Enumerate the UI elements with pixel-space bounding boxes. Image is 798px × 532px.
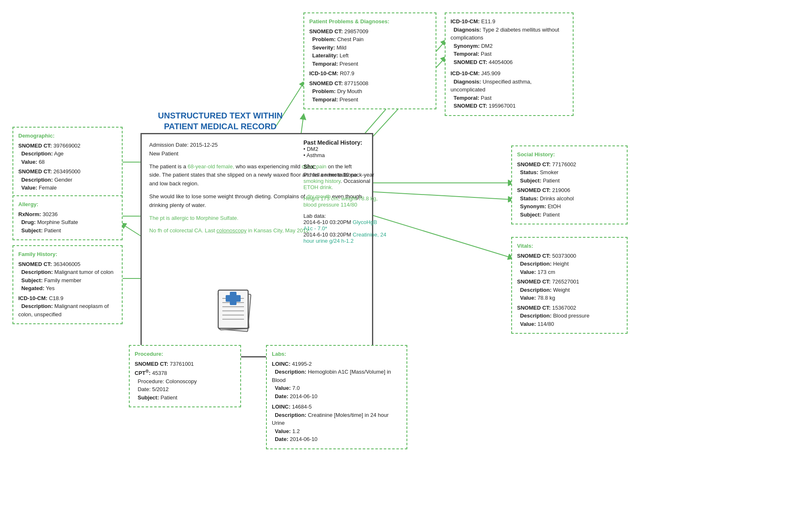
vitals-title: Vitals: <box>517 242 622 250</box>
social-history-box: Social History: SNOMED CT: 77176002 Stat… <box>511 145 628 224</box>
past-medical-dm2: • DM2 <box>303 146 387 152</box>
past-medical-title: Past Medical History: <box>303 139 387 146</box>
sh-entry-1: SNOMED CT: 77176002 Status: Smoker Subje… <box>517 160 622 185</box>
vitals-entry-1: SNOMED CT: 50373000 Description: Height … <box>517 252 622 276</box>
diag-entry-1: ICD-10-CM: E11.9 Diagnosis: Type 2 diabe… <box>451 17 568 66</box>
family-history-entry-2: ICD-10-CM: C18.9 Description: Malignant … <box>18 294 117 319</box>
page-container: UNSTRUCTURED TEXT WITHINPATIENT MEDICAL … <box>0 0 798 532</box>
family-history-box: Family History: SNOMED CT: 363406005 Des… <box>12 245 123 324</box>
past-medical-section: Past Medical History: • DM2 • Chest Pain… <box>303 139 387 244</box>
labs-box: Labs: LOINC: 41995-2 Description: Hemogl… <box>266 345 407 449</box>
diag-entry-2: ICD-10-CM: J45.909 Diagnosis: Unspecifie… <box>451 69 568 110</box>
document-icon <box>210 283 264 337</box>
allergy-box: Allergy: RxNorm: 30236 Drug: Morphine Su… <box>12 195 123 240</box>
past-medical-asthma: • Chest PainAsthma <box>303 152 387 158</box>
vitals-box: Vitals: SNOMED CT: 50373000 Description:… <box>511 237 628 334</box>
page-title: UNSTRUCTURED TEXT WITHINPATIENT MEDICAL … <box>141 110 299 132</box>
labs-entry-2: LOINC: 14684-5 Description: Creatinine [… <box>272 403 401 443</box>
admission-date-label: Admission Date: <box>149 142 189 148</box>
patient-problems-title: Patient Problems & Diagnoses: <box>309 17 431 26</box>
lab-data-section: Lab data: 2014-6-10 03:20PM GlycoHgB A1c… <box>303 213 387 244</box>
shx-text: Pt has a remote 10 pack-year smoking his… <box>303 172 387 190</box>
smoking-highlight: smoking history <box>303 178 340 184</box>
pp-entry-1: SNOMED CT: 29857009 Problem: Chest Pain … <box>309 27 431 68</box>
vitals-entry-3: SNOMED CT: 15367002 Description: Blood p… <box>517 304 622 328</box>
demographic-entry-1: SNOMED CT: 397669002 Description: Age Va… <box>18 142 117 166</box>
pp-entry-3: SNOMED CT: 87715008 Problem: Dry Mouth T… <box>309 79 431 104</box>
svg-rect-25 <box>226 295 241 302</box>
family-history-title: Family History: <box>18 250 117 259</box>
diagnoses-right-box: ICD-10-CM: E11.9 Diagnosis: Type 2 diabe… <box>445 12 574 116</box>
allergy-title: Allergy: <box>18 200 117 209</box>
lab-data-title: Lab data: <box>303 213 326 219</box>
shx-title: Shx: <box>303 163 387 170</box>
social-history-title: Social History: <box>517 150 622 159</box>
procedure-box: Procedure: SNOMED CT: 73761001 CPT®: 453… <box>129 345 241 407</box>
labs-title: Labs: <box>272 350 401 358</box>
vitals-entry-2: SNOMED CT: 726527001 Description: Weight… <box>517 278 622 302</box>
labs-entry-1: LOINC: 41995-2 Description: Hemoglobin A… <box>272 360 401 401</box>
allergy-entry-1: RxNorm: 30236 Drug: Morphine Sulfate Sub… <box>18 210 117 235</box>
sh-entry-2: SNOMED CT: 219006 Status: Drinks alcohol… <box>517 186 622 219</box>
vitals-text: Height 173 cm, weight 78.8 kg, blood pre… <box>303 195 387 208</box>
etoh-highlight: ETOH drink. <box>303 184 333 190</box>
demographic-entry-2: SNOMED CT: 263495000 Description: Gender… <box>18 167 117 192</box>
demographic-box: Demographic: SNOMED CT: 397669002 Descri… <box>12 127 123 198</box>
procedure-entry-1: SNOMED CT: 73761001 CPT®: 45378 Procedur… <box>135 360 235 402</box>
family-history-entry-1: SNOMED CT: 363406005 Description: Malign… <box>18 260 117 293</box>
patient-problems-box: Patient Problems & Diagnoses: SNOMED CT:… <box>303 12 436 109</box>
procedure-title: Procedure: <box>135 350 235 358</box>
pp-entry-2: ICD-10-CM: R07.9 <box>309 69 431 78</box>
admission-date-value: 2015-12-25 <box>190 142 218 148</box>
patient-desc-highlight: 68-year-old female, <box>188 163 234 170</box>
demographic-title: Demographic: <box>18 132 117 140</box>
